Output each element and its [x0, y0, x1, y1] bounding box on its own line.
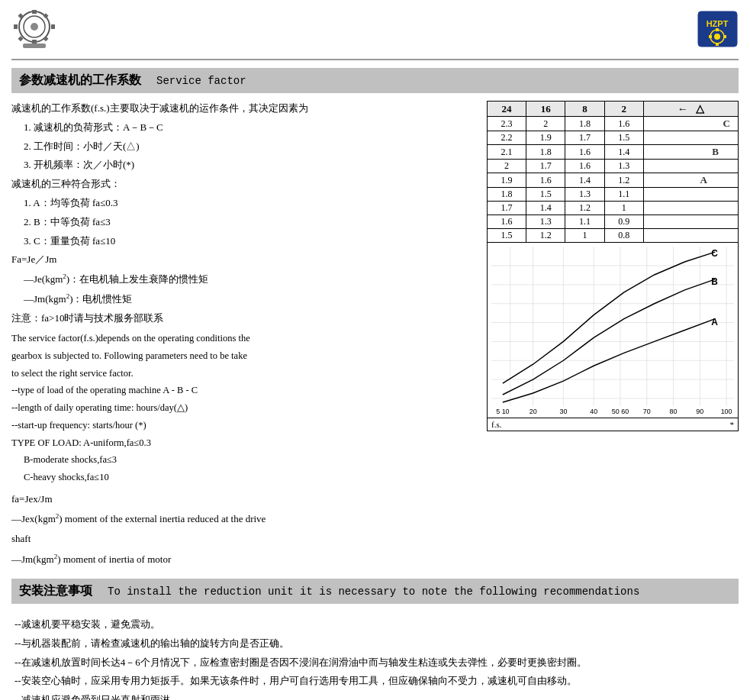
col-16: 16 [526, 102, 565, 117]
left-text-block: 减速机的工作系数(f.s.)主要取决于减速机的运作条件，其决定因素为 1. 减速… [11, 101, 479, 571]
chart-bottom-labels: f.s. * [487, 418, 739, 431]
svg-rect-16 [716, 28, 719, 31]
svg-text:40: 40 [590, 408, 597, 415]
svg-text:70: 70 [643, 408, 651, 415]
svg-rect-10 [43, 36, 48, 41]
svg-point-15 [714, 34, 720, 40]
svg-text:B: B [711, 276, 718, 287]
fa-line-3: —Jm(kgm2) moment of inertia of motor [11, 551, 479, 568]
logo-left [11, 8, 57, 53]
table-body: 2.3 2 1.8 1.6 C 2.2 1.9 1.7 1.5 2.1 [488, 117, 739, 243]
svg-text:C: C [711, 248, 718, 259]
fa-section: fa=Jex/Jm —Jex(kgm2) moment of the exter… [11, 491, 479, 568]
zh-line-7: 3. C：重量负荷 fa≤10 [11, 234, 479, 250]
svg-text:100: 100 [721, 408, 732, 415]
svg-text:50 60: 50 60 [612, 408, 629, 415]
svg-rect-17 [716, 43, 719, 46]
header: HZPT [11, 8, 739, 53]
table-row: 1.5 1.2 1 0.8 [488, 229, 739, 243]
chart-graph: C B A 5 10 20 30 40 50 60 70 80 90 [487, 243, 739, 418]
zh-line-5: 1. A：均等负荷 fa≤0.3 [11, 195, 479, 211]
content-area: 减速机的工作系数(f.s.)主要取决于减速机的运作条件，其决定因素为 1. 减速… [11, 101, 739, 571]
sf-table: 24 16 8 2 ← △ 2.3 2 1.8 1.6 C [487, 101, 739, 243]
table-row: 2.2 1.9 1.7 1.5 [488, 131, 739, 145]
zh-line-0: 减速机的工作系数(f.s.)主要取决于减速机的运作条件，其决定因素为 [11, 101, 479, 117]
svg-rect-11 [23, 44, 46, 48]
zh-line-10: —Jm(kgm2)：电机惯性矩 [11, 291, 479, 308]
section2-zh-title: 安装注意事项 [19, 583, 92, 599]
section1-header: 参数减速机的工作系数 Service factor [11, 68, 739, 93]
svg-text:30: 30 [559, 408, 567, 415]
table-row: 2.1 1.8 1.6 1.4 B [488, 145, 739, 160]
svg-rect-6 [51, 24, 55, 29]
zh-line-4: 减速机的三种符合形式： [11, 176, 479, 192]
fa-line-2: shaft [11, 531, 479, 547]
logo-right: HZPT [697, 10, 739, 51]
section2: 安装注意事项 To install the reduction unit it … [11, 579, 739, 700]
zh-line-8: Fa=Je／Jm [11, 252, 479, 268]
en-line-3: --type of load of the operating machine … [11, 383, 479, 398]
install-item-4: --减速机应避免受到日光直射和雨淋。 [14, 692, 736, 700]
table-row: 1.9 1.6 1.4 1.2 A [488, 173, 739, 188]
section1-en-title: Service factor [156, 75, 246, 87]
install-item-3: --安装空心轴时，应采用专用力矩扳手。如果无该条件时，用户可自行选用专用工具，但… [14, 673, 736, 690]
header-divider [11, 59, 739, 60]
en-line-4: --length of daily operating time: hours/… [11, 401, 479, 415]
col-arrow: ← △ [643, 102, 738, 117]
svg-text:HZPT: HZPT [707, 19, 729, 28]
section2-en-title: To install the reduction unit it is nece… [108, 585, 639, 598]
col-24: 24 [488, 102, 526, 117]
table-row: 1.6 1.3 1.1 0.9 [488, 215, 739, 229]
en-line-2: to select the right service factor. [11, 366, 479, 381]
svg-text:90: 90 [696, 408, 703, 415]
table-row: 1.7 1.4 1.2 1 [488, 202, 739, 215]
svg-rect-4 [32, 40, 37, 44]
zh-line-1: 1. 减速机的负荷形式：A－B－C [11, 120, 479, 136]
zh-line-3: 3. 开机频率：次／小时(*) [11, 157, 479, 173]
zh-line-11: 注意：fa>10时请与技术服务部联系 [11, 311, 479, 327]
install-item-0: --减速机要平稳安装，避免震动。 [14, 616, 736, 634]
svg-rect-3 [32, 10, 37, 14]
star-label: * [730, 420, 735, 429]
svg-text:A: A [711, 317, 718, 327]
en-line-7: B-moderate shocks,fa≤3 [11, 453, 479, 467]
zh-line-9: —Je(kgm2)：在电机轴上发生衰降的惯性矩 [11, 271, 479, 288]
en-line-0: The service factor(f.s.)depends on the o… [11, 331, 479, 346]
zh-line-2: 2. 工作时间：小时／天(△) [11, 139, 479, 155]
chart-svg: C B A 5 10 20 30 40 50 60 70 80 90 [488, 243, 738, 418]
col-2: 2 [604, 102, 643, 117]
fa-line-0: fa=Jex/Jm [11, 491, 479, 508]
fs-label: f.s. [491, 420, 501, 429]
en-line-6: TYPE OF LOAD: A-uniform,fa≤0.3 [11, 436, 479, 450]
svg-rect-5 [14, 24, 18, 29]
col-8: 8 [565, 102, 604, 117]
en-line-8: C-heavy shocks,fa≤10 [11, 470, 479, 485]
svg-rect-19 [723, 35, 726, 38]
fa-line-1: —Jex(kgm2) moment of the external inerti… [11, 511, 479, 527]
chart-area: 24 16 8 2 ← △ 2.3 2 1.8 1.6 C [487, 101, 739, 571]
svg-text:5 10: 5 10 [496, 408, 509, 415]
table-row: 1.8 1.5 1.3 1.1 [488, 188, 739, 202]
install-item-1: --与机器装配前，请检查减速机的输出轴的旋转方向是否正确。 [14, 635, 736, 653]
zh-line-6: 2. B：中等负荷 fa≤3 [11, 215, 479, 231]
table-header-row: 24 16 8 2 ← △ [488, 102, 739, 117]
install-content: --减速机要平稳安装，避免震动。 --与机器装配前，请检查减速机的输出轴的旋转方… [11, 611, 739, 700]
en-line-1: gearbox is subjected to. Following param… [11, 349, 479, 363]
section1-zh-title: 参数减速机的工作系数 [19, 73, 141, 89]
svg-text:80: 80 [670, 408, 678, 415]
table-row: 2 1.7 1.6 1.3 [488, 160, 739, 173]
svg-rect-18 [709, 35, 712, 38]
en-line-5: --start-up frequency: starts/hour (*) [11, 418, 479, 433]
install-item-2: --在减速机放置时间长达4－6个月情况下，应检查密封圈是否因不浸润在润滑油中而与… [14, 654, 736, 672]
en-text-block: The service factor(f.s.)depends on the o… [11, 331, 479, 485]
section2-header: 安装注意事项 To install the reduction unit it … [11, 579, 739, 604]
table-row: 2.3 2 1.8 1.6 C [488, 117, 739, 131]
svg-point-2 [31, 23, 38, 31]
svg-text:20: 20 [530, 408, 537, 415]
page-wrapper: HZPT 参数减速机的工作系数 Service factor 减速机的工作系数(… [0, 0, 750, 700]
